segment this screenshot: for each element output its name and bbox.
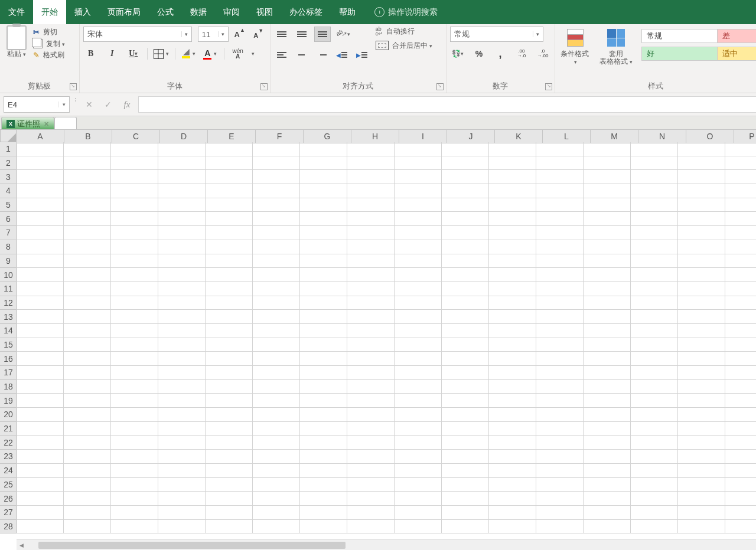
cell[interactable] [206,408,253,422]
cell[interactable] [489,240,536,254]
cell[interactable] [725,366,756,380]
cell[interactable] [489,450,536,464]
cell[interactable] [111,366,158,380]
cell[interactable] [206,422,253,436]
cell[interactable] [206,226,253,240]
conditional-formatting-button[interactable]: 条件格式 [559,27,591,65]
cell[interactable] [158,310,206,324]
cell[interactable] [253,170,300,184]
cell[interactable] [631,380,678,394]
cell[interactable] [395,380,442,394]
cell[interactable] [17,254,64,269]
font-family-combo[interactable]: 宋体 ▾ [83,27,192,42]
cell[interactable] [489,464,536,478]
cell[interactable] [678,394,725,408]
cell[interactable] [584,324,631,338]
cell[interactable] [158,478,206,492]
cell[interactable] [631,240,678,254]
row-header[interactable]: 7 [0,226,17,240]
cell[interactable] [253,366,300,380]
cell[interactable] [17,422,64,436]
cell[interactable] [253,324,300,338]
cell[interactable] [64,436,111,450]
cell[interactable] [725,422,756,436]
column-header[interactable]: H [351,130,399,143]
cell[interactable] [395,478,442,492]
number-format-combo[interactable]: 常规 ▾ [450,27,543,42]
cell[interactable] [489,254,536,269]
tab-page-layout[interactable]: 页面布局 [99,0,149,24]
cell[interactable] [584,394,631,408]
cell[interactable] [678,170,725,184]
cell[interactable] [64,478,111,492]
cell[interactable] [584,212,631,226]
cell[interactable] [206,212,253,226]
cell[interactable] [253,408,300,422]
row-header[interactable]: 26 [0,492,17,506]
cell[interactable] [111,408,158,422]
cell[interactable] [253,492,300,506]
cell[interactable] [300,408,347,422]
cell[interactable] [489,394,536,408]
cell[interactable] [347,254,395,269]
cell[interactable] [253,198,300,212]
cell[interactable] [395,436,442,450]
cell[interactable] [17,464,64,478]
cell[interactable] [725,268,756,282]
cell[interactable] [253,212,300,226]
cell[interactable] [584,156,631,171]
cell[interactable] [395,254,442,269]
cell[interactable] [631,422,678,436]
cell[interactable] [64,366,111,380]
cell[interactable] [725,338,756,352]
cell[interactable] [17,226,64,240]
cell[interactable] [253,394,300,408]
cell[interactable] [206,268,253,282]
cell[interactable] [347,324,395,338]
cell[interactable] [300,394,347,408]
cell[interactable] [17,324,64,338]
cell[interactable] [584,380,631,394]
cell[interactable] [631,408,678,422]
cell[interactable] [253,338,300,352]
cell[interactable] [111,464,158,478]
cell[interactable] [584,184,631,198]
cell[interactable] [300,478,347,492]
comma-style-button[interactable]: , [493,47,508,61]
cell[interactable] [584,352,631,366]
cell[interactable] [489,408,536,422]
cell[interactable] [536,394,584,408]
align-top-button[interactable] [274,27,289,41]
new-worksheet-tab[interactable] [54,117,77,130]
cell[interactable] [206,450,253,464]
cell[interactable] [111,226,158,240]
cell[interactable] [300,156,347,171]
cell[interactable] [631,506,678,520]
row-header[interactable]: 22 [0,436,17,450]
row-header[interactable]: 27 [0,506,17,520]
cell[interactable] [64,240,111,254]
cell[interactable] [347,352,395,366]
cell[interactable] [631,394,678,408]
cell[interactable] [17,212,64,226]
wrap-text-button[interactable]: abc↵ 自动换行 [376,27,432,36]
cell[interactable] [158,450,206,464]
cell[interactable] [489,142,536,156]
column-header[interactable]: E [208,130,256,143]
cell[interactable] [631,296,678,310]
cell[interactable] [536,226,584,240]
cell[interactable] [442,394,489,408]
column-header[interactable]: K [495,130,543,143]
underline-button[interactable]: U▾ [126,47,141,61]
font-color-button[interactable]: A▾ [203,47,218,61]
cell[interactable] [678,478,725,492]
tab-file[interactable]: 文件 [0,0,33,24]
cell[interactable] [442,324,489,338]
cell[interactable] [536,408,584,422]
italic-button[interactable]: I [105,47,120,61]
cell[interactable] [725,408,756,422]
cell[interactable] [584,240,631,254]
cell[interactable] [64,338,111,352]
cell[interactable] [442,408,489,422]
cell[interactable] [584,408,631,422]
